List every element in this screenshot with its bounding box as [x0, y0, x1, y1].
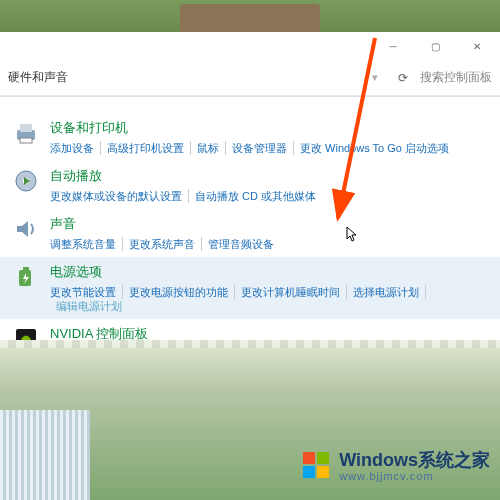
windows-logo-icon [301, 450, 331, 480]
link-windows-to-go[interactable]: 更改 Windows To Go 启动选项 [294, 141, 455, 155]
category-links: 调整系统音量 更改系统声音 管理音频设备 [50, 237, 488, 251]
link-printer-settings[interactable]: 高级打印机设置 [101, 141, 191, 155]
link-system-sounds[interactable]: 更改系统声音 [123, 237, 202, 251]
link-sleep-time[interactable]: 更改计算机睡眠时间 [235, 285, 347, 299]
close-button[interactable]: ✕ [462, 36, 492, 56]
link-select-plan[interactable]: 选择电源计划 [347, 285, 426, 299]
svg-rect-8 [23, 267, 29, 271]
link-audio-devices[interactable]: 管理音频设备 [202, 237, 280, 251]
watermark-text: Windows系统之家 [339, 448, 490, 472]
watermark: Windows系统之家 www.bjjmcv.com [301, 448, 490, 482]
link-autoplay-cd[interactable]: 自动播放 CD 或其他媒体 [189, 189, 322, 203]
category-title[interactable]: 设备和打印机 [50, 119, 488, 137]
link-default-media[interactable]: 更改媒体或设备的默认设置 [50, 189, 189, 203]
category-title[interactable]: 自动播放 [50, 167, 488, 185]
category-title[interactable]: 声音 [50, 215, 488, 233]
power-icon [12, 263, 40, 291]
svg-rect-18 [317, 466, 329, 478]
category-links: 更改媒体或设备的默认设置 自动播放 CD 或其他媒体 [50, 189, 488, 203]
maximize-button[interactable]: ▢ [420, 36, 450, 56]
link-volume[interactable]: 调整系统音量 [50, 237, 123, 251]
printer-icon [12, 119, 40, 147]
category-devices: 设备和打印机 添加设备 高级打印机设置 鼠标 设备管理器 更改 Windows … [0, 113, 500, 161]
waterfall-decoration [0, 410, 90, 500]
link-power-button[interactable]: 更改电源按钮的功能 [123, 285, 235, 299]
autoplay-icon [12, 167, 40, 195]
category-links: 添加设备 高级打印机设置 鼠标 设备管理器 更改 Windows To Go 启… [50, 141, 488, 155]
link-edit-plan[interactable]: 编辑电源计划 [50, 299, 128, 313]
category-sound: 声音 调整系统音量 更改系统声音 管理音频设备 [0, 209, 500, 257]
svg-rect-15 [303, 452, 315, 464]
minimize-button[interactable]: ─ [378, 36, 408, 56]
sound-icon [12, 215, 40, 243]
svg-rect-16 [317, 452, 329, 464]
search-box[interactable]: 搜索控制面板 [420, 69, 492, 86]
link-device-manager[interactable]: 设备管理器 [226, 141, 294, 155]
search-placeholder: 搜索控制面板 [420, 69, 492, 86]
category-links: 更改节能设置 更改电源按钮的功能 更改计算机睡眠时间 选择电源计划 编辑电源计划 [50, 285, 488, 313]
category-autoplay: 自动播放 更改媒体或设备的默认设置 自动播放 CD 或其他媒体 [0, 161, 500, 209]
refresh-icon[interactable]: ⟳ [398, 71, 408, 85]
window-chrome: ─ ▢ ✕ 硬件和声音 ▾ ⟳ 搜索控制面板 [0, 32, 500, 97]
toolbar: 硬件和声音 ▾ ⟳ 搜索控制面板 [0, 60, 500, 96]
desktop-wallpaper-strip [0, 0, 500, 32]
svg-marker-6 [17, 221, 28, 237]
svg-rect-17 [303, 466, 315, 478]
dropdown-chevron-icon[interactable]: ▾ [372, 71, 378, 84]
breadcrumb[interactable]: 硬件和声音 [8, 69, 68, 86]
category-power: 电源选项 更改节能设置 更改电源按钮的功能 更改计算机睡眠时间 选择电源计划 编… [0, 257, 500, 319]
category-title[interactable]: 电源选项 [50, 263, 488, 281]
link-add-device[interactable]: 添加设备 [50, 141, 101, 155]
svg-rect-1 [20, 124, 32, 132]
title-bar: ─ ▢ ✕ [0, 32, 500, 60]
link-mouse[interactable]: 鼠标 [191, 141, 226, 155]
nav-buttons: ▾ [372, 71, 378, 84]
link-energy-saving[interactable]: 更改节能设置 [50, 285, 123, 299]
svg-rect-2 [20, 138, 32, 143]
